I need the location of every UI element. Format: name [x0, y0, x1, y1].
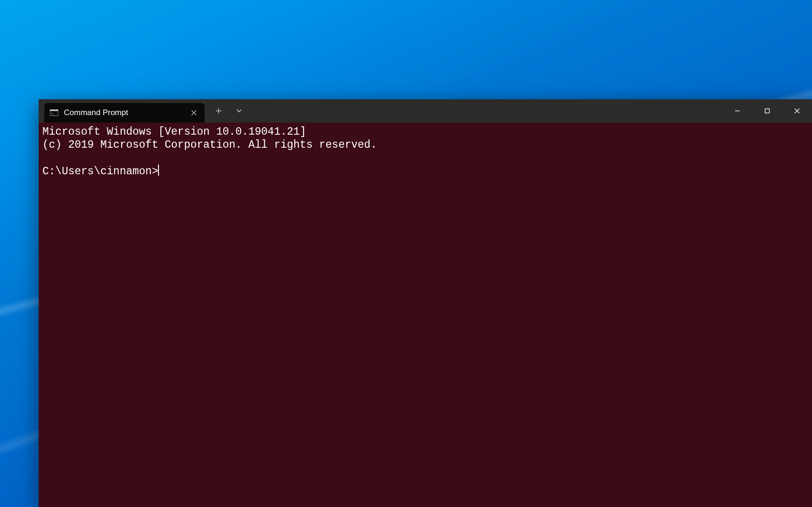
tab-close-button[interactable]: [188, 107, 200, 119]
tab-actions: [209, 99, 248, 123]
command-prompt-icon: >_: [50, 109, 58, 116]
maximize-button[interactable]: [752, 99, 782, 123]
output-line: (c) 2019 Microsoft Corporation. All righ…: [42, 139, 377, 151]
tab-title: Command Prompt: [64, 108, 188, 117]
tab-command-prompt[interactable]: >_ Command Prompt: [44, 103, 205, 123]
window-controls: [723, 99, 812, 123]
output-line: Microsoft Windows [Version 10.0.19041.21…: [42, 126, 306, 138]
maximize-icon: [764, 108, 771, 114]
close-icon: [191, 110, 197, 116]
minimize-icon: [734, 108, 741, 114]
plus-icon: [215, 108, 222, 114]
prompt-text: C:\Users\cinnamon>: [42, 165, 158, 178]
titlebar[interactable]: >_ Command Prompt: [39, 99, 812, 123]
chevron-down-icon: [236, 109, 242, 113]
svg-rect-1: [50, 110, 58, 111]
terminal-output[interactable]: Microsoft Windows [Version 10.0.19041.21…: [39, 123, 812, 507]
tab-dropdown-button[interactable]: [230, 102, 248, 120]
close-icon: [794, 108, 800, 114]
svg-text:>_: >_: [51, 112, 55, 116]
new-tab-button[interactable]: [209, 102, 228, 120]
svg-rect-8: [765, 109, 770, 113]
text-cursor: [158, 164, 159, 176]
window-close-button[interactable]: [782, 99, 812, 123]
titlebar-drag-region[interactable]: [248, 99, 723, 123]
terminal-window: >_ Command Prompt: [39, 99, 812, 507]
minimize-button[interactable]: [723, 99, 752, 123]
